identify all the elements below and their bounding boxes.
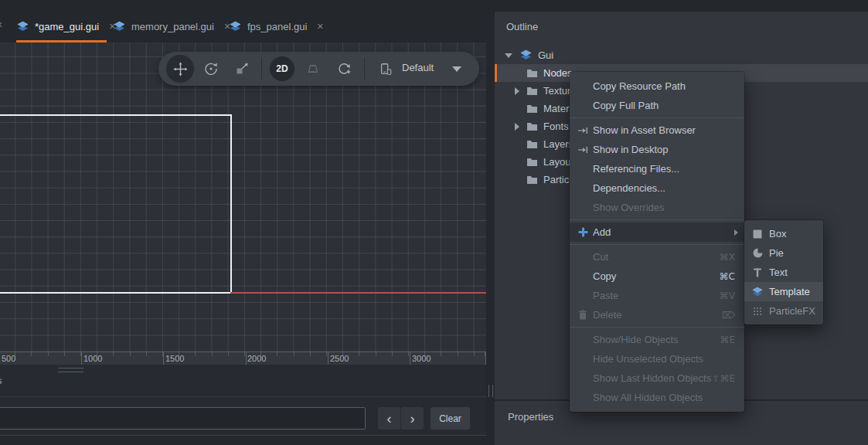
menu-item-label: Referencing Files... [593,163,679,175]
submenu-item-pie[interactable]: Pie [744,243,823,263]
menu-item-copy[interactable]: Copy ⌘C [570,267,744,286]
menu-separator [570,244,744,245]
move-icon [173,62,188,76]
shortcut-label: ⌘C [720,271,735,282]
plus-icon [577,222,589,242]
folder-icon [526,139,538,149]
menu-item-label: Dependencies... [593,182,665,194]
tree-item-label: Gui [538,49,553,61]
menu-item-label: Box [769,228,786,239]
menu-item-cut: Cut ⌘X [570,247,744,267]
tree-item-gui[interactable]: Gui [495,46,868,64]
reset-camera-button[interactable] [337,62,351,76]
ruler-label: 1000 [83,354,102,363]
scale-tool-button[interactable] [235,62,249,76]
folder-icon [526,121,538,131]
menu-item-label: Text [769,267,788,278]
tab-label: memory_panel.gui [131,21,214,32]
2d-mode-button[interactable]: 2D [270,56,294,81]
console-search-input[interactable] [0,407,366,430]
folder-icon [526,104,538,114]
panel-resize-handle[interactable] [58,368,83,372]
perspective-camera-button[interactable] [306,62,320,76]
menu-item-label: Add [593,226,611,238]
device-icon [379,62,393,76]
chevron-right-icon[interactable] [515,123,519,131]
menu-item-copy-full-path[interactable]: Copy Full Path [570,96,744,115]
menu-item-label: Template [769,286,810,297]
submenu-item-text[interactable]: Text [744,263,823,282]
ruler-label: 2500 [330,354,349,363]
chevron-left-icon: ‹ [387,412,392,426]
folder-icon [526,86,538,96]
shortcut-label: ⇧⌘E [712,373,735,384]
status-strip [0,435,486,445]
menu-separator [570,117,744,118]
submenu-arrow-icon [734,229,738,236]
menu-item-show-all-hidden-objects: Show All Hidden Objects [570,388,744,407]
splitter-handle[interactable] [488,385,493,397]
move-tool-button[interactable] [166,55,194,83]
gui-icon [519,49,533,61]
menu-item-label: Hide Unselected Objects [593,353,703,365]
menu-item-label: Show/Hide Objects [593,334,679,345]
menu-item-label: Show Overrides [593,202,664,213]
ruler-label: 500 [2,354,15,363]
submenu-item-box[interactable]: Box [744,224,823,243]
scene-viewport[interactable]: 2D [0,42,486,352]
rotate-tool-button[interactable] [204,62,218,76]
menu-item-show-last-hidden-objects: Show Last Hidden Objects ⇧⌘E [570,369,744,388]
folder-icon [526,157,538,167]
chevron-right-icon: › [410,412,415,426]
add-submenu: Box Pie Text [744,220,823,324]
shortcut-label: ⌘X [720,252,735,263]
tab-memory-panel[interactable]: memory_panel.gui × [113,15,230,37]
menu-item-referencing-files[interactable]: Referencing Files... [570,159,744,178]
menu-item-label: Copy Full Path [593,100,659,111]
variant-device-button[interactable] [379,62,393,76]
panel-splitter[interactable] [486,0,495,445]
submenu-item-template[interactable]: Template [744,282,823,301]
selection-indicator [495,64,497,82]
chevron-down-icon[interactable] [505,53,512,58]
submenu-item-particlefx[interactable]: ParticleFX [744,301,823,321]
close-icon[interactable]: × [0,19,2,31]
close-icon[interactable]: × [317,20,323,32]
chevron-right-icon[interactable] [515,87,519,95]
tab-game-gui[interactable]: *game_gui.gui × [16,15,115,37]
tab-label: fps_panel.gui [247,21,307,32]
menu-item-paste: Paste ⌘V [570,286,744,305]
context-menu: Copy Resource Path Copy Full Path Show i… [570,72,744,412]
gui-file-icon [229,21,242,32]
menu-separator [570,327,744,328]
menu-item-add[interactable]: Add [570,222,744,242]
clear-console-button[interactable]: Clear [431,407,470,430]
find-previous-button[interactable]: ‹ [378,407,400,430]
menu-item-label: Show in Desktop [593,144,669,155]
text-node-icon [751,263,764,282]
properties-panel-title: Properties [508,411,553,423]
gui-bounds-rect [0,114,232,294]
pie-node-icon [751,243,764,263]
chevron-down-icon[interactable] [452,66,461,72]
menu-item-label: Delete [593,309,622,321]
menu-item-label: Show in Asset Browser [593,124,696,136]
template-node-icon [751,282,764,301]
editor-window: × *game_gui.gui × memory_panel.gui × fps… [0,0,868,445]
menu-item-show-in-asset-browser[interactable]: Show in Asset Browser [570,121,744,140]
ruler-label: 1500 [165,354,184,363]
clear-button-label: Clear [439,413,461,424]
tree-item-label: Fonts [543,121,569,132]
menu-item-copy-resource-path[interactable]: Copy Resource Path [570,76,744,96]
menu-item-label: Copy [593,270,616,282]
menu-item-show-overrides: Show Overrides [570,198,744,217]
gui-file-icon [113,21,126,32]
find-next-button[interactable]: › [401,407,424,430]
tree-item-label: Nodes [543,67,573,79]
horizontal-ruler: 500 1000 1500 2000 2500 3000 [0,352,486,365]
menu-item-dependencies[interactable]: Dependencies... [570,178,744,198]
tab-label: *game_gui.gui [35,21,99,32]
tab-fps-panel[interactable]: fps_panel.gui × [229,15,324,37]
menu-item-show-in-desktop[interactable]: Show in Desktop [570,140,744,159]
menu-item-label: Show All Hidden Objects [593,392,703,403]
